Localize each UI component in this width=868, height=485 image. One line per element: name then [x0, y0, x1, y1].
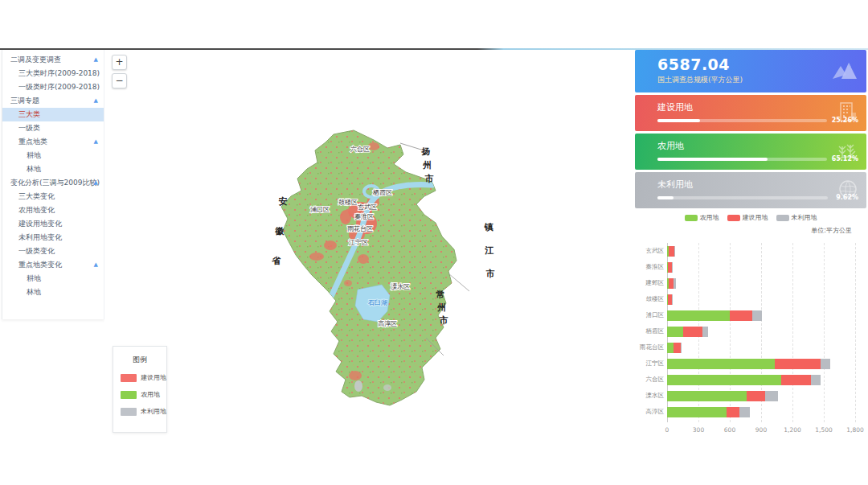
tree-item-1[interactable]: 三大类时序(2009-2018) [2, 67, 104, 80]
construction-land-card: 建设用地 25.26% [635, 95, 866, 131]
category-label: 溧水区 [635, 388, 664, 404]
layer-tree-sidebar: 二调及变更调查▲三大类时序(2009-2018)一级类时序(2009-2018)… [2, 50, 104, 319]
tree-item-label: 三大类时序(2009-2018) [18, 69, 100, 77]
bar-segment-建设用地[interactable] [674, 343, 681, 353]
bar-segment-农用地[interactable] [667, 375, 781, 385]
landuse-map[interactable]: 六合区浦口区栖霞区鼓楼区玄武区秦淮区雨花台区江宁区溧水区高淳区石臼湖扬州市镇江市… [104, 50, 635, 438]
bar-segment-农用地[interactable] [667, 391, 747, 401]
category-label: 高淳区 [635, 404, 664, 420]
legend-swatch [121, 408, 137, 416]
neighbor-city-label: 州 [423, 160, 432, 171]
chart-legend-item[interactable]: 农用地 [685, 213, 719, 222]
district-label: 溧水区 [391, 282, 410, 290]
tree-item-13[interactable]: 未利用地变化 [2, 231, 104, 245]
tree-item-label: 重点地类变化 [18, 261, 62, 269]
neighbor-city-label: 州 [437, 302, 447, 313]
chart-row-建邺区: 建邺区 [667, 275, 676, 291]
bar-segment-农用地[interactable] [667, 359, 775, 369]
lake-label: 石臼湖 [368, 299, 387, 306]
district-landuse-bar-chart: 03006009001,2001,5001,800玄武区秦淮区建邺区鼓楼区浦口区… [667, 243, 855, 422]
bar-segment-建设用地[interactable] [669, 246, 674, 257]
bar-segment-未利用地[interactable] [765, 391, 779, 401]
tree-item-6[interactable]: 重点地类▲ [2, 135, 104, 149]
tree-item-label: 重点地类 [18, 138, 47, 146]
category-label: 浦口区 [635, 307, 664, 323]
chart-legend-item[interactable]: 未利用地 [776, 213, 817, 222]
collapse-arrow-icon[interactable]: ▲ [94, 94, 98, 108]
chart-legend-swatch [776, 215, 789, 221]
tree-item-4[interactable]: 三大类 [2, 108, 104, 121]
bar-segment-未利用地[interactable] [821, 359, 830, 369]
bar-segment-农用地[interactable] [667, 310, 730, 321]
neighbor-city-label: 市 [486, 269, 495, 279]
tree-item-11[interactable]: 农用地变化 [2, 203, 104, 217]
chart-row-秦淮区: 秦淮区 [667, 259, 672, 275]
bar-segment-农用地[interactable] [667, 327, 683, 337]
chart-legend-swatch [685, 215, 698, 221]
bar-segment-农用地[interactable] [667, 407, 727, 417]
tree-item-16[interactable]: 耕地 [2, 272, 104, 286]
bar-segment-未利用地[interactable] [739, 407, 750, 417]
bar-segment-建设用地[interactable] [683, 327, 702, 337]
category-label: 雨花台区 [635, 339, 664, 356]
tree-item-label: 变化分析(三调与2009比较) [10, 179, 100, 187]
map-legend-title: 图例 [113, 355, 166, 365]
tree-item-2[interactable]: 一级类时序(2009-2018) [2, 80, 104, 94]
statistics-panel: 6587.04 国土调查总规模(平方公里) 建设用地 25.26% 农用地 [635, 50, 866, 438]
bar-segment-建设用地[interactable] [747, 391, 765, 401]
x-axis-tick-label: 1,500 [815, 426, 832, 434]
collapse-arrow-icon[interactable]: ▲ [94, 258, 98, 272]
construction-percent: 25.26% [832, 117, 858, 124]
tree-item-8[interactable]: 林地 [2, 162, 104, 176]
mountain-icon [831, 60, 858, 80]
tree-item-label: 一级类时序(2009-2018) [18, 83, 100, 91]
tree-item-0[interactable]: 二调及变更调查▲ [2, 53, 104, 67]
neighbor-city-label: 市 [425, 174, 434, 184]
tree-item-9[interactable]: 变化分析(三调与2009比较)▲ [2, 176, 104, 190]
tree-item-label: 三大类 [18, 110, 40, 118]
collapse-arrow-icon[interactable]: ▲ [94, 53, 98, 67]
tree-item-label: 未利用地变化 [18, 233, 62, 241]
legend-label: 建设用地 [141, 373, 166, 382]
bar-segment-农用地[interactable] [667, 343, 674, 353]
legend-label: 未利用地 [141, 407, 166, 416]
bar-segment-未利用地[interactable] [672, 294, 673, 305]
category-label: 玄武区 [635, 243, 664, 259]
tree-item-15[interactable]: 重点地类变化▲ [2, 258, 104, 272]
map-panel[interactable]: 六合区浦口区栖霞区鼓楼区玄武区秦淮区雨花台区江宁区溧水区高淳区石臼湖扬州市镇江市… [104, 50, 635, 438]
tree-item-3[interactable]: 三调专题▲ [2, 94, 104, 108]
bar-segment-未利用地[interactable] [702, 327, 708, 337]
bar-segment-建设用地[interactable] [730, 310, 752, 321]
bar-segment-未利用地[interactable] [674, 278, 675, 289]
chart-legend-item[interactable]: 建设用地 [727, 213, 768, 222]
tree-item-5[interactable]: 一级类 [2, 121, 104, 135]
tree-item-14[interactable]: 一级类变化 [2, 245, 104, 258]
tree-item-17[interactable]: 林地 [2, 286, 104, 299]
category-label: 建邺区 [635, 275, 664, 291]
category-label: 秦淮区 [635, 259, 664, 275]
x-axis-tick-label: 300 [693, 426, 704, 434]
tree-item-12[interactable]: 建设用地变化 [2, 217, 104, 231]
bar-segment-建设用地[interactable] [781, 375, 812, 385]
tree-item-label: 建设用地变化 [18, 220, 62, 228]
district-label: 江宁区 [348, 239, 368, 246]
chart-legend: 农用地建设用地未利用地 [635, 213, 866, 222]
bar-segment-未利用地[interactable] [681, 343, 682, 353]
tree-item-7[interactable]: 耕地 [2, 149, 104, 162]
map-legend-item: 未利用地 [121, 407, 166, 416]
bar-segment-建设用地[interactable] [775, 359, 821, 369]
collapse-arrow-icon[interactable]: ▲ [94, 135, 98, 149]
unused-progress-track [657, 196, 828, 199]
bar-segment-未利用地[interactable] [811, 375, 821, 385]
chart-row-浦口区: 浦口区 [667, 307, 762, 323]
tree-item-10[interactable]: 三大类变化 [2, 190, 104, 203]
unused-percent: 9.62% [833, 194, 858, 201]
bar-segment-未利用地[interactable] [674, 246, 675, 257]
map-zoom-in-button[interactable]: + [112, 55, 127, 70]
map-zoom-out-button[interactable]: − [112, 73, 127, 88]
collapse-arrow-icon[interactable]: ▲ [94, 176, 98, 190]
bar-segment-未利用地[interactable] [752, 310, 762, 321]
chart-legend-label: 未利用地 [792, 213, 817, 222]
legend-label: 农用地 [141, 390, 160, 399]
bar-segment-建设用地[interactable] [727, 407, 739, 417]
